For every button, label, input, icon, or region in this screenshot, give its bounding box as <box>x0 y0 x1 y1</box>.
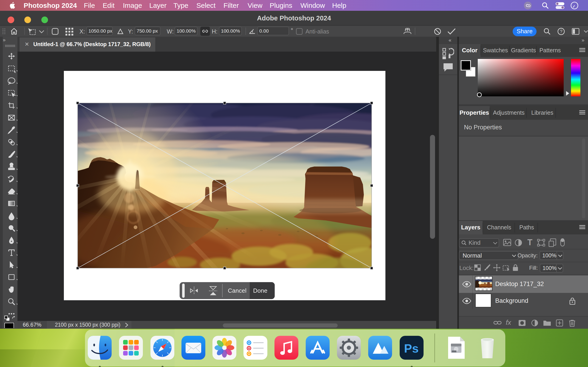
svg-text:?: ? <box>560 29 562 34</box>
svg-text:Ps: Ps <box>404 342 419 355</box>
